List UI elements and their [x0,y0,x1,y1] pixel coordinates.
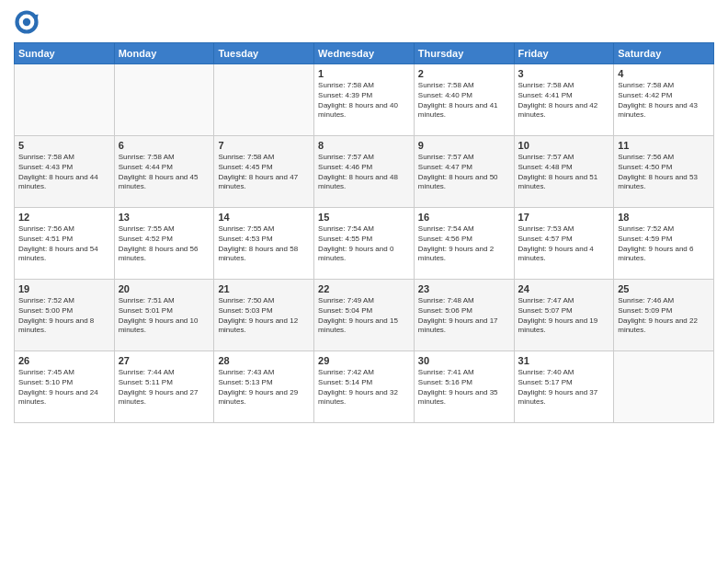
calendar-cell: 5Sunrise: 7:58 AM Sunset: 4:43 PM Daylig… [15,136,115,208]
day-number: 24 [518,283,610,294]
day-number: 17 [518,212,610,223]
day-number: 23 [418,283,510,294]
day-info: Sunrise: 7:54 AM Sunset: 4:56 PM Dayligh… [418,224,510,264]
calendar-week-0: 1Sunrise: 7:58 AM Sunset: 4:39 PM Daylig… [15,64,714,136]
calendar-cell: 8Sunrise: 7:57 AM Sunset: 4:46 PM Daylig… [314,136,415,208]
calendar-cell: 20Sunrise: 7:51 AM Sunset: 5:01 PM Dayli… [114,280,214,351]
day-number: 6 [119,140,210,151]
day-info: Sunrise: 7:58 AM Sunset: 4:41 PM Dayligh… [518,81,610,121]
day-info: Sunrise: 7:56 AM Sunset: 4:51 PM Dayligh… [18,224,110,264]
day-info: Sunrise: 7:40 AM Sunset: 5:17 PM Dayligh… [518,368,610,408]
calendar-cell: 13Sunrise: 7:55 AM Sunset: 4:52 PM Dayli… [114,208,214,280]
day-info: Sunrise: 7:49 AM Sunset: 5:04 PM Dayligh… [318,296,410,336]
day-info: Sunrise: 7:50 AM Sunset: 5:03 PM Dayligh… [218,296,310,336]
calendar-cell: 24Sunrise: 7:47 AM Sunset: 5:07 PM Dayli… [514,280,614,351]
day-info: Sunrise: 7:56 AM Sunset: 4:50 PM Dayligh… [618,153,710,192]
calendar-cell: 12Sunrise: 7:56 AM Sunset: 4:51 PM Dayli… [15,208,115,280]
day-number: 28 [218,355,310,366]
day-info: Sunrise: 7:57 AM Sunset: 4:47 PM Dayligh… [418,153,510,192]
header-cell-friday: Friday [514,43,614,64]
day-number: 18 [618,212,710,223]
day-info: Sunrise: 7:44 AM Sunset: 5:11 PM Dayligh… [119,368,210,408]
calendar-week-4: 26Sunrise: 7:45 AM Sunset: 5:10 PM Dayli… [15,351,714,423]
calendar-cell: 1Sunrise: 7:58 AM Sunset: 4:39 PM Daylig… [314,64,415,136]
calendar-cell: 14Sunrise: 7:55 AM Sunset: 4:53 PM Dayli… [214,208,314,280]
day-number: 13 [119,212,210,223]
header-cell-sunday: Sunday [15,43,115,64]
calendar-cell: 27Sunrise: 7:44 AM Sunset: 5:11 PM Dayli… [114,351,214,423]
day-info: Sunrise: 7:58 AM Sunset: 4:43 PM Dayligh… [18,153,110,192]
calendar-cell: 21Sunrise: 7:50 AM Sunset: 5:03 PM Dayli… [214,280,314,351]
day-number: 2 [418,68,510,79]
day-number: 25 [618,283,710,294]
calendar-header: SundayMondayTuesdayWednesdayThursdayFrid… [15,43,714,64]
day-info: Sunrise: 7:58 AM Sunset: 4:45 PM Dayligh… [218,153,310,192]
day-number: 21 [218,283,310,294]
day-info: Sunrise: 7:58 AM Sunset: 4:44 PM Dayligh… [119,153,210,192]
svg-point-2 [23,18,30,26]
day-number: 27 [119,355,210,366]
day-info: Sunrise: 7:48 AM Sunset: 5:06 PM Dayligh… [418,296,510,336]
header-row: SundayMondayTuesdayWednesdayThursdayFrid… [15,43,714,64]
calendar-body: 1Sunrise: 7:58 AM Sunset: 4:39 PM Daylig… [15,64,714,423]
day-number: 10 [518,140,610,151]
day-info: Sunrise: 7:52 AM Sunset: 4:59 PM Dayligh… [618,224,710,264]
day-info: Sunrise: 7:58 AM Sunset: 4:42 PM Dayligh… [618,81,710,121]
day-info: Sunrise: 7:46 AM Sunset: 5:09 PM Dayligh… [618,296,710,336]
day-info: Sunrise: 7:55 AM Sunset: 4:52 PM Dayligh… [119,224,210,264]
day-number: 29 [318,355,410,366]
day-info: Sunrise: 7:58 AM Sunset: 4:39 PM Dayligh… [318,81,410,121]
day-number: 14 [218,212,310,223]
day-number: 8 [318,140,410,151]
day-info: Sunrise: 7:43 AM Sunset: 5:13 PM Dayligh… [218,368,310,408]
day-info: Sunrise: 7:57 AM Sunset: 4:46 PM Dayligh… [318,153,410,192]
calendar-cell: 9Sunrise: 7:57 AM Sunset: 4:47 PM Daylig… [414,136,514,208]
calendar-cell: 18Sunrise: 7:52 AM Sunset: 4:59 PM Dayli… [614,208,714,280]
calendar-cell: 4Sunrise: 7:58 AM Sunset: 4:42 PM Daylig… [614,64,714,136]
day-number: 15 [318,212,410,223]
calendar-cell: 29Sunrise: 7:42 AM Sunset: 5:14 PM Dayli… [314,351,415,423]
day-number: 22 [318,283,410,294]
calendar-week-1: 5Sunrise: 7:58 AM Sunset: 4:43 PM Daylig… [15,136,714,208]
day-info: Sunrise: 7:45 AM Sunset: 5:10 PM Dayligh… [18,368,110,408]
calendar-cell: 28Sunrise: 7:43 AM Sunset: 5:13 PM Dayli… [214,351,314,423]
calendar-cell: 10Sunrise: 7:57 AM Sunset: 4:48 PM Dayli… [514,136,614,208]
calendar-cell: 6Sunrise: 7:58 AM Sunset: 4:44 PM Daylig… [114,136,214,208]
calendar-week-2: 12Sunrise: 7:56 AM Sunset: 4:51 PM Dayli… [15,208,714,280]
day-info: Sunrise: 7:57 AM Sunset: 4:48 PM Dayligh… [518,153,610,192]
calendar-week-3: 19Sunrise: 7:52 AM Sunset: 5:00 PM Dayli… [15,280,714,351]
day-number: 7 [218,140,310,151]
calendar-cell: 11Sunrise: 7:56 AM Sunset: 4:50 PM Dayli… [614,136,714,208]
day-number: 16 [418,212,510,223]
day-info: Sunrise: 7:52 AM Sunset: 5:00 PM Dayligh… [18,296,110,336]
day-number: 20 [119,283,210,294]
day-number: 11 [618,140,710,151]
calendar-cell [214,64,314,136]
calendar-cell: 26Sunrise: 7:45 AM Sunset: 5:10 PM Dayli… [15,351,115,423]
day-number: 19 [18,283,110,294]
calendar-cell: 17Sunrise: 7:53 AM Sunset: 4:57 PM Dayli… [514,208,614,280]
calendar-cell [114,64,214,136]
header-cell-thursday: Thursday [414,43,514,64]
logo-icon [14,9,40,35]
day-info: Sunrise: 7:41 AM Sunset: 5:16 PM Dayligh… [418,368,510,408]
day-number: 9 [418,140,510,151]
day-info: Sunrise: 7:55 AM Sunset: 4:53 PM Dayligh… [218,224,310,264]
day-info: Sunrise: 7:54 AM Sunset: 4:55 PM Dayligh… [318,224,410,264]
day-number: 3 [518,68,610,79]
day-number: 31 [518,355,610,366]
calendar-cell: 31Sunrise: 7:40 AM Sunset: 5:17 PM Dayli… [514,351,614,423]
header-cell-monday: Monday [114,43,214,64]
day-number: 26 [18,355,110,366]
calendar-cell: 3Sunrise: 7:58 AM Sunset: 4:41 PM Daylig… [514,64,614,136]
day-number: 1 [318,68,410,79]
page-container: SundayMondayTuesdayWednesdayThursdayFrid… [0,0,728,432]
calendar-cell [15,64,115,136]
calendar-cell: 16Sunrise: 7:54 AM Sunset: 4:56 PM Dayli… [414,208,514,280]
calendar-cell: 22Sunrise: 7:49 AM Sunset: 5:04 PM Dayli… [314,280,415,351]
day-info: Sunrise: 7:51 AM Sunset: 5:01 PM Dayligh… [119,296,210,336]
day-info: Sunrise: 7:58 AM Sunset: 4:40 PM Dayligh… [418,81,510,121]
calendar-cell [614,351,714,423]
day-info: Sunrise: 7:53 AM Sunset: 4:57 PM Dayligh… [518,224,610,264]
calendar-table: SundayMondayTuesdayWednesdayThursdayFrid… [14,42,714,423]
